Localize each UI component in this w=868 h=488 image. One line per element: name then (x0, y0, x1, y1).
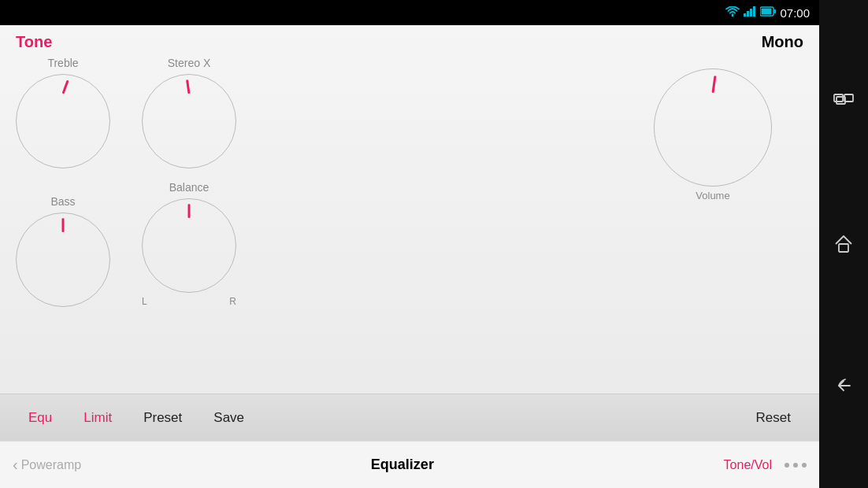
svg-rect-10 (839, 244, 848, 252)
nav-back-label: Poweramp (21, 458, 81, 472)
stereox-label: Stereo X (168, 57, 210, 69)
nav-bar: ‹ Poweramp Equalizer Tone/Vol (0, 441, 819, 488)
svg-rect-6 (762, 9, 772, 15)
nav-dot-3 (802, 463, 807, 468)
nav-dots[interactable] (785, 463, 807, 468)
limit-button[interactable]: Limit (68, 404, 128, 432)
bass-knob-wrapper[interactable]: Bass (16, 195, 110, 307)
treble-indicator (62, 80, 69, 94)
mono-label: Mono (762, 33, 803, 51)
svg-rect-3 (753, 6, 755, 17)
balance-markers: L R (142, 296, 236, 307)
treble-knob[interactable] (16, 74, 110, 168)
signal-icon (744, 6, 756, 20)
volume-indicator (712, 76, 717, 93)
bass-knob[interactable] (16, 213, 110, 307)
balance-indicator (188, 204, 191, 218)
stereox-indicator (186, 79, 190, 94)
balance-left-marker: L (142, 296, 147, 307)
nav-tonevol-button[interactable]: Tone/Vol (724, 458, 772, 472)
toolbar: Equ Limit Preset Save Reset (0, 394, 819, 441)
save-button[interactable]: Save (198, 404, 260, 432)
preset-button[interactable]: Preset (128, 404, 198, 432)
balance-right-marker: R (229, 296, 236, 307)
volume-section[interactable]: Volume (654, 68, 772, 201)
svg-rect-1 (747, 11, 749, 17)
svg-rect-2 (750, 9, 752, 17)
reset-button[interactable]: Reset (740, 404, 807, 432)
stereox-knob-wrapper[interactable]: Stereo X (142, 57, 236, 168)
nav-dot-2 (793, 463, 798, 468)
back-arrow-icon: ‹ (13, 456, 18, 474)
svg-rect-7 (834, 94, 843, 102)
stereox-knob[interactable] (142, 74, 236, 168)
balance-label: Balance (169, 181, 210, 194)
volume-label: Volume (696, 190, 729, 201)
home-button[interactable] (828, 228, 859, 260)
volume-knob[interactable] (654, 68, 772, 187)
wifi-icon (725, 6, 740, 19)
battery-icon (760, 6, 776, 20)
equ-button[interactable]: Equ (13, 404, 68, 432)
tone-content-area: Tone Mono Treble Stereo X (0, 25, 819, 394)
bass-indicator (62, 218, 65, 232)
nav-side (819, 0, 868, 488)
nav-dot-1 (785, 463, 789, 468)
tone-label: Tone (16, 33, 52, 51)
bass-label: Bass (50, 195, 75, 208)
volume-knob-wrapper[interactable]: Volume (654, 68, 772, 201)
status-time: 07:00 (780, 6, 810, 20)
nav-back[interactable]: ‹ Poweramp (13, 456, 81, 474)
balance-knob-wrapper[interactable]: Balance L R (142, 181, 236, 307)
status-icons: 07:00 (725, 6, 810, 20)
svg-rect-5 (774, 9, 777, 13)
app-area: Tone Mono Treble Stereo X (0, 25, 819, 488)
nav-title: Equalizer (81, 457, 723, 473)
recent-apps-button[interactable] (828, 87, 859, 118)
balance-knob[interactable] (142, 198, 236, 293)
svg-rect-0 (744, 13, 746, 17)
treble-label: Treble (47, 57, 78, 69)
treble-knob-wrapper[interactable]: Treble (16, 57, 110, 168)
status-bar: 07:00 (0, 0, 819, 25)
back-button[interactable] (828, 370, 859, 401)
